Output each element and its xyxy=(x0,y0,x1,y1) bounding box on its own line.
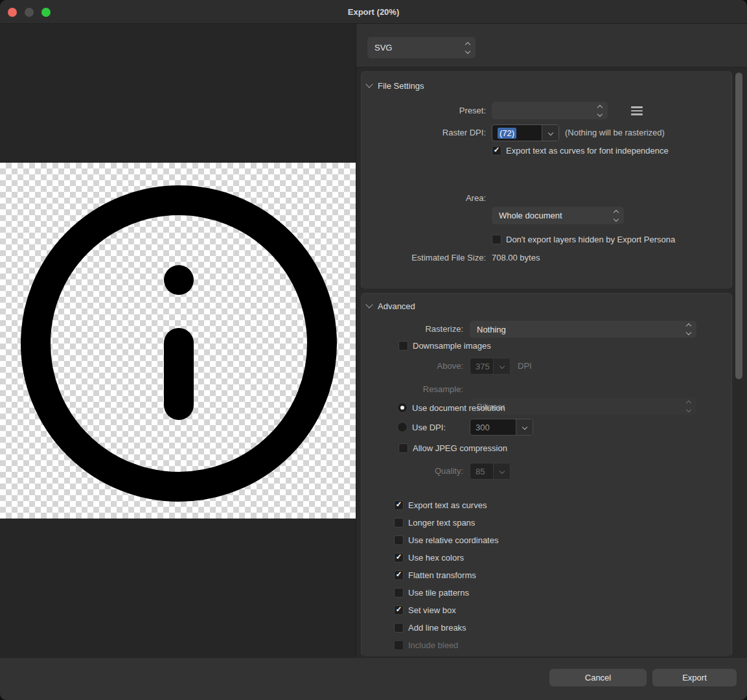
use-dpi-arrow-button[interactable] xyxy=(516,419,533,435)
use-document-resolution-label: Use document resolution xyxy=(412,403,505,413)
downsample-images-row: Downsample images xyxy=(398,340,491,351)
stepper-icon xyxy=(466,43,470,53)
svg-option-row: Use tile patterns xyxy=(394,584,469,601)
downsample-images-label: Downsample images xyxy=(413,341,491,351)
svg-option-checkbox[interactable] xyxy=(394,605,404,615)
above-label: Above: xyxy=(362,358,463,375)
format-bar: SVG xyxy=(356,24,747,67)
svg-option-checkbox[interactable] xyxy=(394,518,404,528)
svg-option-label: Add line breaks xyxy=(408,623,466,633)
above-combo: 375 xyxy=(470,358,511,375)
svg-option-row: Export text as curves xyxy=(394,496,487,513)
svg-option-checkbox[interactable] xyxy=(394,500,404,510)
chevron-down-icon xyxy=(547,130,553,135)
chevron-down-icon xyxy=(522,425,527,430)
preview-pane xyxy=(0,24,356,657)
minimize-button-disabled xyxy=(25,8,34,17)
resample-label: Resample: xyxy=(362,381,463,398)
svg-option-checkbox[interactable] xyxy=(394,570,404,580)
settings-pane: SVG File Settings Preset: Raster DPI: (7… xyxy=(356,24,747,657)
raster-dpi-arrow-button[interactable] xyxy=(542,125,558,141)
file-settings-panel: File Settings Preset: Raster DPI: (72) (… xyxy=(361,71,732,289)
svg-option-row: Longer text spans xyxy=(394,514,475,531)
svg-option-label: Flatten transforms xyxy=(408,570,476,580)
disclosure-chevron-icon xyxy=(365,80,373,88)
disclosure-chevron-icon xyxy=(365,301,373,308)
advanced-header[interactable]: Advanced xyxy=(367,298,415,314)
close-button[interactable] xyxy=(8,8,17,17)
svg-option-label: Set view box xyxy=(408,605,456,615)
use-dpi-combo[interactable]: 300 xyxy=(470,419,533,436)
stepper-icon xyxy=(687,401,691,412)
cancel-button[interactable]: Cancel xyxy=(549,669,647,686)
svg-option-row: Use relative coordinates xyxy=(394,531,498,548)
above-value: 375 xyxy=(470,358,493,374)
scrollbar-thumb[interactable] xyxy=(735,73,742,379)
svg-option-row: Set view box xyxy=(394,601,456,618)
svg-option-label: Include bleed xyxy=(408,640,458,650)
footer: Cancel Export xyxy=(0,657,747,700)
use-document-resolution-row: Use document resolution xyxy=(397,402,505,414)
titlebar: Export (20%) xyxy=(0,0,747,24)
use-dpi-value: 300 xyxy=(470,419,516,435)
svg-option-row: Use hex colors xyxy=(394,549,464,566)
raster-dpi-combo[interactable]: (72) xyxy=(492,124,559,141)
export-text-curves-font-row: Export text as curves for font independe… xyxy=(492,145,669,156)
estimated-size-label: Estimated File Size: xyxy=(362,251,486,264)
stepper-icon xyxy=(614,211,618,221)
svg-option-checkbox[interactable] xyxy=(394,553,404,563)
dont-export-hidden-checkbox[interactable] xyxy=(492,235,501,244)
file-settings-header[interactable]: File Settings xyxy=(367,77,424,94)
file-settings-title: File Settings xyxy=(378,81,424,91)
format-dropdown[interactable]: SVG xyxy=(367,37,476,58)
raster-dpi-field[interactable]: (72) xyxy=(492,125,542,141)
use-dpi-radio[interactable] xyxy=(397,422,408,432)
quality-value: 85 xyxy=(470,463,493,479)
quality-arrow-button xyxy=(493,463,510,479)
area-dropdown-value: Whole document xyxy=(499,211,562,220)
downsample-images-checkbox[interactable] xyxy=(398,341,408,351)
rasterize-label: Rasterize: xyxy=(362,321,463,338)
svg-option-checkbox[interactable] xyxy=(394,535,404,545)
estimated-size-value: 708.00 bytes xyxy=(492,251,540,264)
stepper-icon xyxy=(598,106,602,116)
quality-label: Quality: xyxy=(362,463,463,480)
area-dropdown[interactable]: Whole document xyxy=(492,207,624,224)
svg-option-checkbox[interactable] xyxy=(394,640,404,650)
rasterize-dropdown[interactable]: Nothing xyxy=(470,321,696,338)
raster-dpi-label: Raster DPI: xyxy=(362,124,486,141)
chevron-down-icon xyxy=(499,469,504,474)
stepper-icon xyxy=(687,324,691,334)
raster-dpi-note: (Nothing will be rasterized) xyxy=(565,124,665,141)
export-dialog-window: Export (20%) SVG File Settings xyxy=(0,0,747,700)
advanced-title: Advanced xyxy=(378,301,415,311)
svg-option-checkbox[interactable] xyxy=(394,588,404,598)
allow-jpeg-row: Allow JPEG compression xyxy=(398,442,507,454)
allow-jpeg-checkbox[interactable] xyxy=(398,443,408,453)
preset-dropdown[interactable] xyxy=(492,102,608,119)
format-dropdown-value: SVG xyxy=(374,43,392,52)
quality-combo: 85 xyxy=(470,463,511,480)
above-arrow-button xyxy=(493,358,510,374)
dont-export-hidden-label: Don't export layers hidden by Export Per… xyxy=(506,235,675,244)
svg-option-row: Include bleed xyxy=(394,636,458,653)
transparency-checkerboard xyxy=(0,163,356,519)
rasterize-dropdown-value: Nothing xyxy=(477,325,506,334)
info-icon-artwork xyxy=(0,163,356,519)
raster-dpi-value: (72) xyxy=(498,128,516,139)
svg-option-label: Use hex colors xyxy=(408,553,464,563)
preset-menu-button[interactable] xyxy=(631,106,643,115)
allow-jpeg-label: Allow JPEG compression xyxy=(413,443,507,453)
svg-option-row: Flatten transforms xyxy=(394,566,476,583)
use-document-resolution-radio[interactable] xyxy=(397,402,408,413)
export-button[interactable]: Export xyxy=(652,669,737,686)
svg-option-checkbox[interactable] xyxy=(394,623,404,633)
export-text-curves-font-checkbox[interactable] xyxy=(492,146,501,156)
window-title: Export (20%) xyxy=(0,0,747,24)
svg-option-label: Use tile patterns xyxy=(408,588,469,598)
chevron-down-icon xyxy=(499,364,504,369)
preset-label: Preset: xyxy=(362,102,486,119)
zoom-button[interactable] xyxy=(41,8,51,17)
svg-option-label: Use relative coordinates xyxy=(408,535,498,545)
svg-option-label: Export text as curves xyxy=(408,500,487,510)
